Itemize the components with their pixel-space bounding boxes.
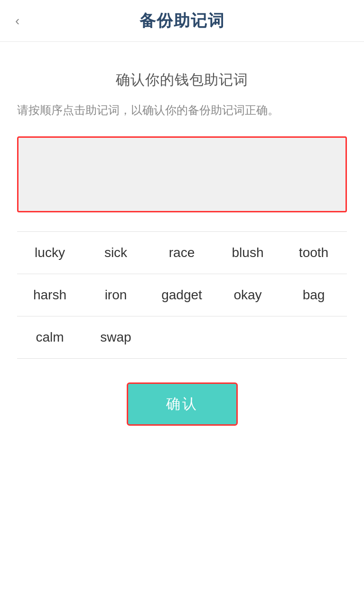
confirm-section: 确认 (17, 382, 347, 426)
word-row-1: lucky sick race blush tooth (17, 231, 347, 274)
confirm-button[interactable]: 确认 (127, 382, 238, 426)
word-item-harsh[interactable]: harsh (17, 274, 83, 316)
word-item-lucky[interactable]: lucky (17, 232, 83, 274)
word-row-3: calm swap (17, 316, 347, 359)
word-item-calm[interactable]: calm (17, 316, 83, 358)
word-item-bag[interactable]: bag (281, 274, 347, 316)
word-item-blush[interactable]: blush (215, 232, 281, 274)
header: ‹ 备份助记词 (0, 0, 364, 42)
word-item-sick[interactable]: sick (83, 232, 149, 274)
word-item-swap[interactable]: swap (83, 316, 149, 358)
word-item-race[interactable]: race (149, 232, 215, 274)
word-item-okay[interactable]: okay (215, 274, 281, 316)
word-item-tooth[interactable]: tooth (281, 232, 347, 274)
page-subtitle: 确认你的钱包助记词 (17, 70, 347, 90)
word-item-iron[interactable]: iron (83, 274, 149, 316)
page-description: 请按顺序点击助记词，以确认你的备份助记词正确。 (17, 101, 347, 119)
word-item-gadget[interactable]: gadget (149, 274, 215, 316)
main-content: 确认你的钱包助记词 请按顺序点击助记词，以确认你的备份助记词正确。 lucky … (0, 70, 364, 426)
selected-words-area (17, 136, 347, 212)
back-button[interactable]: ‹ (15, 13, 19, 29)
page-title: 备份助记词 (140, 10, 225, 32)
word-row-2: harsh iron gadget okay bag (17, 274, 347, 316)
word-grid: lucky sick race blush tooth harsh iron g… (17, 231, 347, 359)
